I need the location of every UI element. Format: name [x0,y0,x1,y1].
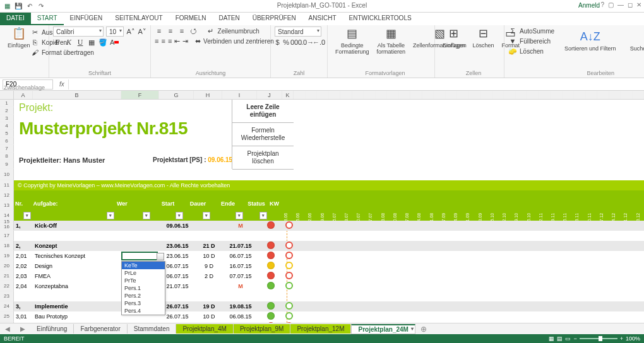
select-all-corner[interactable] [0,91,14,99]
number-format-select[interactable]: Standard [275,26,321,37]
fill-color-icon[interactable]: 🪣 [98,38,107,47]
font-size-select[interactable]: 10 [106,26,124,37]
conditional-format-button[interactable]: ▤Bedingte Formatierung [331,26,373,55]
row-header[interactable]: 21 [0,271,14,281]
sheet-tab[interactable]: Stammdaten [128,324,177,334]
row-header[interactable]: 17 [0,231,14,241]
undo-icon[interactable]: ↶ [25,1,34,10]
dropdown-item[interactable]: Pers.2 [122,292,165,299]
align-right-icon[interactable]: ≡ [168,37,172,45]
sheet-tab-active[interactable]: Projektplan_24M [351,324,415,334]
col-header[interactable]: H [194,91,222,99]
col-header[interactable]: K [282,91,294,99]
row-header[interactable]: 16 [0,223,14,231]
font-name-select[interactable]: Calibri [53,26,104,37]
delete-plan-button[interactable]: Projektplanlöschen [232,146,294,170]
task-row[interactable] [14,231,644,241]
clear-button[interactable]: 🧽Löschen [508,47,554,55]
row-header[interactable]: 13 [0,201,14,211]
zoom-level[interactable]: 100% [626,335,640,342]
hdr-who[interactable]: Wer [116,190,152,221]
row-header[interactable]: 6 [0,137,14,145]
hdr-nr[interactable]: Nr. [14,190,32,221]
delete-cells-button[interactable]: ⊟Löschen [469,26,498,49]
hdr-status[interactable]: Status [244,190,268,221]
formula-input[interactable] [68,79,644,90]
comma-icon[interactable]: 000 [292,38,301,47]
row-header[interactable]: 7 [0,145,14,153]
currency-icon[interactable]: $ [275,38,280,47]
inc-decimal-icon[interactable]: .0→ [303,38,312,47]
insert-cells-button[interactable]: ⊞Einfügen [439,26,469,49]
row-header[interactable]: 3 [0,115,14,122]
dec-decimal-icon[interactable]: ←.0 [314,38,323,47]
tab-review[interactable]: ÜBERPRÜFEN [246,13,302,25]
row-header[interactable]: 8 [0,153,14,160]
col-header[interactable]: I [222,91,257,99]
wrap-text-button[interactable]: Zeilenumbruch [218,28,259,35]
format-as-table-button[interactable]: ▦Als Tabelle formatieren [373,26,410,55]
task-row[interactable] [14,291,644,301]
merge-button[interactable]: Verbinden und zentrieren [203,38,274,45]
copy-button[interactable]: ⎘Kopieren [30,38,94,47]
indent-dec-icon[interactable]: ⇤ [174,37,180,45]
row-header[interactable]: 20 [0,261,14,271]
col-header[interactable]: G [159,91,194,99]
orientation-icon[interactable]: ⭯ [189,26,198,35]
tab-data[interactable]: DATEN [213,13,246,25]
dropdown-item[interactable]: PrTe [122,277,165,284]
tab-formulas[interactable]: FORMELN [169,13,213,25]
zoom-out-icon[interactable]: − [573,335,576,342]
tab-layout[interactable]: SEITENLAYOUT [109,13,169,25]
row-header[interactable]: 10 [0,169,14,180]
sheet-tab[interactable]: Einführung [30,324,74,334]
task-row[interactable]: 2,02Design06.07.159 D16.07.15 [14,261,644,271]
dropdown-item[interactable]: Pers.3 [122,299,165,307]
tab-start[interactable]: START [31,13,64,25]
who-dropdown[interactable]: KeTePrLePrTePers.1Pers.2Pers.3Pers.4 [121,261,165,315]
dropdown-item[interactable]: Pers.1 [122,284,165,292]
minimize-icon[interactable]: — [617,1,624,8]
increase-font-icon[interactable]: A˄ [126,27,135,36]
row-header[interactable]: 18 [0,241,14,251]
view-layout-icon[interactable]: ▤ [557,335,563,342]
hdr-end[interactable]: Ende [212,190,244,221]
close-icon[interactable]: ✕ [636,1,641,8]
phase-row[interactable]: 2,Konzept23.06.1521 D21.07.15 [14,241,644,251]
sort-filter-button[interactable]: A↓ZSortieren und Filtern [561,30,620,52]
col-header[interactable]: J [257,91,282,99]
row-header[interactable]: 4 [0,122,14,130]
align-center-icon[interactable]: ≡ [161,37,165,45]
row-header[interactable]: 24 [0,301,14,311]
row-header[interactable]: 22 [0,281,14,291]
painter-button[interactable]: 🖌Format übertragen [30,48,94,57]
dropdown-item[interactable]: Pers.4 [122,307,165,315]
help-icon[interactable]: ? [600,1,604,8]
sheet-tab[interactable]: Projektplan_9M [234,324,290,334]
align-top-icon[interactable]: ≡ [155,26,164,35]
hdr-task[interactable]: Aufgabe: [32,190,116,221]
restore-formulas-button[interactable]: FormelnWiederherstelle [232,123,294,146]
dropdown-item[interactable]: KeTe [122,262,165,269]
align-middle-icon[interactable]: ≡ [166,26,175,35]
view-break-icon[interactable]: ▭ [565,335,571,342]
tab-file[interactable]: DATEI [0,13,31,25]
zoom-slider[interactable] [580,338,617,339]
tab-developer[interactable]: ENTWICKLERTOOLS [343,13,418,25]
col-header-selected[interactable]: F [121,91,159,99]
tab-insert[interactable]: EINFÜGEN [64,13,109,25]
task-row[interactable]: 2,03FMEA06.07.152 D07.07.15 [14,271,644,281]
decrease-font-icon[interactable]: A˅ [138,27,146,36]
wrap-text-icon[interactable]: ↵ [206,26,215,35]
ribbon-options-icon[interactable]: ▢ [608,1,614,8]
redo-icon[interactable]: ↷ [37,1,45,10]
sheet-tab[interactable]: Projektplan_4M [176,324,233,334]
task-row[interactable]: 3,01Bau Prototyp26.07.1510 D06.08.15 [14,311,644,322]
sheet-tab[interactable]: Projektplan_12M [290,324,351,334]
dropdown-item[interactable]: PrLe [122,269,165,277]
tab-view[interactable]: ANSICHT [302,13,343,25]
row-header[interactable]: 25 [0,311,14,322]
add-sheet-icon[interactable]: ⊕ [415,325,432,334]
percent-icon[interactable]: % [283,38,289,47]
maximize-icon[interactable]: ◻ [628,1,633,8]
